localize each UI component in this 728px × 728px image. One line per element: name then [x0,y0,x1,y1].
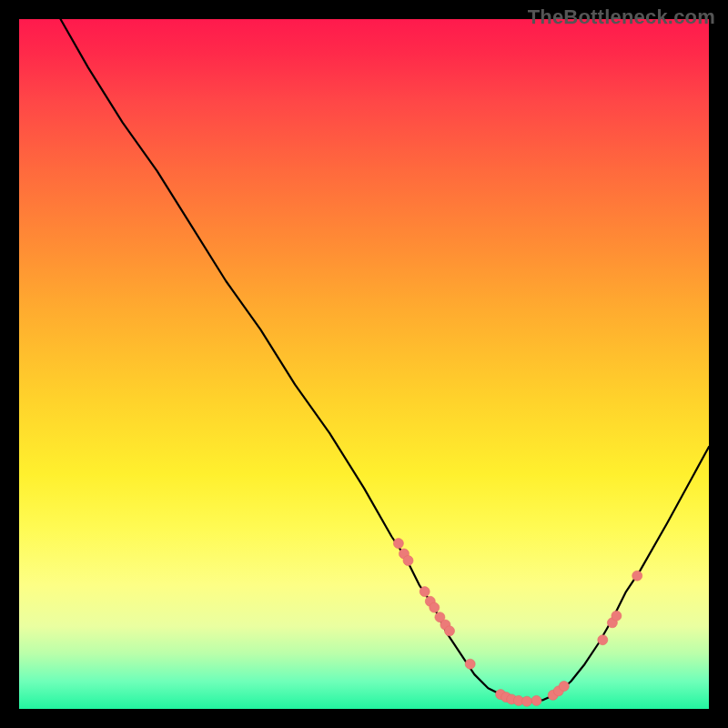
highlight-point [393,539,403,549]
highlight-point [598,635,608,645]
highlight-points-group [393,539,642,707]
highlight-point [465,659,475,669]
highlight-point [445,626,455,636]
highlight-point [420,587,430,597]
highlight-point [612,611,622,621]
highlight-point [559,682,569,692]
highlight-point [403,556,413,566]
highlight-point [430,602,440,612]
watermark-text: TheBottleneck.com [528,5,715,29]
chart-frame: TheBottleneck.com [0,0,728,728]
highlight-point [521,696,531,706]
bottleneck-curve [61,19,710,702]
plot-area [19,19,709,709]
highlight-point [632,571,642,581]
chart-svg [19,19,709,709]
highlight-point [531,695,541,705]
